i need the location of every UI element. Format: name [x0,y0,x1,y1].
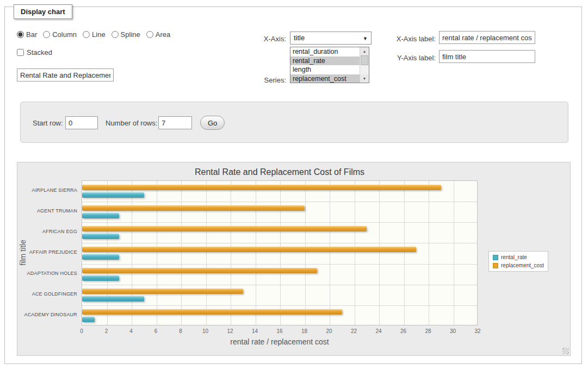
series-option-rental_duration[interactable]: rental_duration [290,47,360,57]
resize-handle-icon[interactable] [562,348,569,354]
x-tick-label: 28 [425,328,431,334]
chart-type-option-label: Bar [26,30,37,39]
gridline-h [82,285,477,285]
chart-type-option-label: Column [52,30,77,39]
x-axis-caption: X-Axis: [218,35,286,43]
bar-rental_rate [82,213,119,218]
chart-type-option-spline[interactable]: Spline [112,30,140,39]
x-tick-label: 26 [400,328,406,334]
stacked-label: Stacked [27,48,52,57]
chart-type-radio-bar[interactable] [17,31,24,38]
gridline-v [454,181,454,325]
chart-type-option-label: Spline [121,30,140,39]
gridline-h [82,264,477,265]
category-label: ACE GOLDFINGER [17,291,77,297]
category-label: AFRICAN EGG [17,229,77,234]
chart-type-option-bar[interactable]: Bar [17,30,37,39]
gridline-v [305,181,306,325]
bar-replacement_cost [82,309,342,315]
chart-type-option-area[interactable]: Area [146,30,170,39]
x-tick-label: 24 [375,328,381,334]
gridline-v [107,181,108,325]
chart-type-radio-column[interactable] [43,31,50,38]
page: Display chart BarColumnLineSplineArea St… [0,0,588,370]
category-label: AIRPLANE SIERRA [17,187,77,193]
bar-replacement_cost [82,289,243,294]
bar-replacement_cost [82,247,416,252]
scroll-down-button[interactable]: ▼ [360,74,369,83]
chart-type-option-label: Area [156,30,170,39]
y-axis-label-input[interactable] [439,50,535,63]
series-option-replacement_cost[interactable]: replacement_cost [290,74,360,84]
bar-rental_rate [82,234,119,239]
x-tick-label: 14 [252,328,258,334]
series-listbox[interactable]: rental_durationrental_ratelengthreplacem… [290,47,369,83]
scroll-up-button[interactable]: ▲ [360,47,369,55]
x-axis-label-input[interactable] [439,31,535,44]
series-option-length[interactable]: length [290,65,360,74]
legend-label: rental_rate [501,254,527,260]
x-tick-label: 20 [326,328,332,334]
chart-title-input[interactable] [17,68,114,81]
go-button[interactable]: Go [200,116,225,130]
x-tick-label: 32 [474,328,480,334]
x-tick-label: 30 [450,328,456,334]
chart-type-option-line[interactable]: Line [83,30,106,39]
scroll-up-icon: ▲ [363,49,367,53]
gridline-h [82,305,477,306]
category-label: ACADEMY DINOSAUR [17,312,77,317]
category-label: AGENT TRUMAN [17,208,77,214]
series-caption: Series: [218,76,286,84]
bar-replacement_cost [82,268,317,273]
x-tick-label: 18 [301,328,307,334]
chart-type-radio-spline[interactable] [112,31,119,38]
series-option-rental_rate[interactable]: rental_rate [290,57,360,66]
x-axis-select[interactable]: title ▼ [290,32,372,45]
gridline-v [280,181,281,325]
chart-type-option-label: Line [92,30,106,39]
series-scrollbar[interactable]: ▲ ▼ [360,47,369,83]
chart-title: Rental Rate and Replacement Cost of Film… [82,167,478,177]
x-axis-title: rental rate / replacement cost [82,337,478,346]
chart-type-option-column[interactable]: Column [43,30,77,39]
display-chart-fieldset: Display chart BarColumnLineSplineArea St… [4,7,582,364]
chart-legend: rental_ratereplacement_cost [488,251,548,272]
gridline-v [206,181,207,325]
gridline-v [181,181,182,325]
num-rows-input[interactable] [158,116,192,129]
stacked-option[interactable]: Stacked [17,48,52,57]
y-axis-label-caption: Y-Axis label: [370,54,436,62]
gridline-h [82,243,477,243]
x-axis-label-caption: X-Axis label: [370,35,436,43]
gridline-v [379,181,380,325]
bar-rental_rate [82,296,144,302]
gridline-v [404,181,405,325]
rows-panel: Start row: Number of rows: Go [20,102,568,143]
scrollbar-thumb[interactable] [361,55,368,65]
gridline-h [82,202,477,202]
chart-type-radio-area[interactable] [146,31,153,38]
legend-item: rental_rate [493,254,544,260]
bar-replacement_cost [82,226,367,231]
gridline-v [157,181,157,325]
bar-replacement_cost [82,205,305,211]
chart-type-radio-line[interactable] [83,31,90,38]
x-tick-label: 10 [202,328,208,334]
stacked-checkbox[interactable] [17,49,24,56]
x-axis-selected-value: title [294,34,305,42]
select-dropdown-icon: ▼ [363,33,368,45]
bar-rental_rate [82,192,144,198]
bar-rental_rate [82,275,119,281]
x-tick-label: 16 [276,328,282,334]
gridline-v [132,181,132,325]
gridline-v [231,181,231,325]
series-options: rental_durationrental_ratelengthreplacem… [290,47,360,83]
gridline-v [355,181,355,325]
bar-rental_rate [82,317,95,322]
scroll-down-icon: ▼ [363,77,367,80]
category-label: ADAPTATION HOLES [17,271,77,276]
chart-panel: Rental Rate and Replacement Cost of Film… [17,162,571,356]
x-tick-label: 0 [80,328,83,334]
x-tick-label: 12 [227,328,233,334]
start-row-input[interactable] [65,116,98,129]
